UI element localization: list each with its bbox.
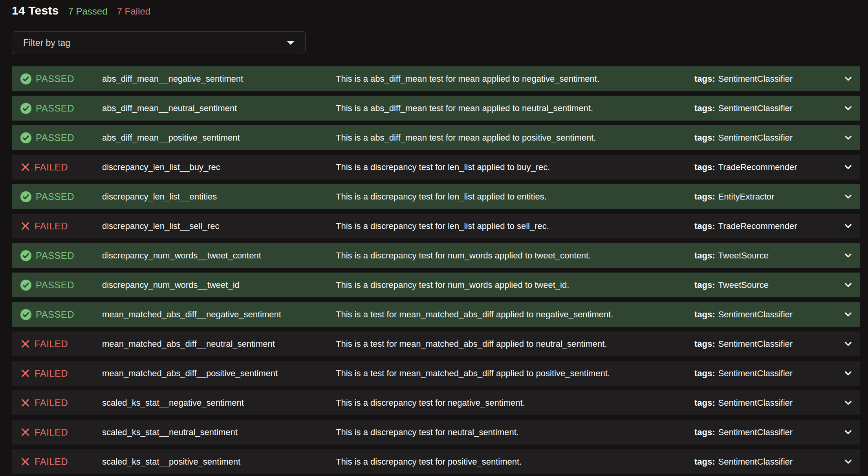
tags-value: SentimentClassifier xyxy=(718,457,793,467)
test-row[interactable]: PASSED mean_matched_abs_diff__negative_s… xyxy=(12,302,860,327)
test-row[interactable]: FAILED mean_matched_abs_diff__positive_s… xyxy=(12,361,860,386)
test-row[interactable]: FAILED scaled_ks_stat__neutral_sentiment… xyxy=(12,420,860,445)
tags-value: SentimentClassifier xyxy=(718,103,793,113)
status-label: PASSED xyxy=(36,250,74,261)
tags-value: SentimentClassifier xyxy=(718,74,793,84)
test-tags: tags:TweetSource xyxy=(694,251,840,261)
test-tags: tags:TradeRecommender xyxy=(694,162,840,172)
chevron-down-icon[interactable] xyxy=(845,77,852,81)
test-name: discrepancy_num_words__tweet_content xyxy=(102,251,336,261)
chevron-down-icon[interactable] xyxy=(845,106,852,110)
check-circle-icon xyxy=(20,309,31,320)
test-row[interactable]: PASSED abs_diff_mean__negative_sentiment… xyxy=(12,66,860,91)
check-circle-icon xyxy=(20,250,31,261)
tags-label: tags: xyxy=(694,398,715,408)
chevron-down-icon[interactable] xyxy=(845,135,852,140)
status-label: FAILED xyxy=(35,397,68,408)
test-tags: tags:TweetSource xyxy=(694,280,840,290)
chevron-down-icon[interactable] xyxy=(845,224,852,228)
chevron-down-icon[interactable] xyxy=(845,460,852,464)
test-description: This is a discrepancy test for neutral_s… xyxy=(336,427,694,438)
test-row[interactable]: FAILED discrepancy_len_list__buy_rec Thi… xyxy=(12,155,860,179)
test-name: abs_diff_mean__neutral_sentiment xyxy=(102,103,336,114)
test-description: This is a discrepancy test for positive_… xyxy=(336,457,694,467)
tags-value: SentimentClassifier xyxy=(718,339,793,349)
test-status: FAILED xyxy=(20,339,102,350)
tags-value: SentimentClassifier xyxy=(718,427,793,437)
test-row[interactable]: PASSED abs_diff_mean__positive_sentiment… xyxy=(12,125,860,150)
test-description: This is a discrepancy test for len_list … xyxy=(336,221,694,231)
tags-label: tags: xyxy=(694,221,715,231)
test-row[interactable]: FAILED mean_matched_abs_diff__neutral_se… xyxy=(12,331,860,356)
status-label: FAILED xyxy=(35,456,68,467)
status-label: FAILED xyxy=(35,339,68,350)
filter-by-tag-select[interactable]: Filter by tag xyxy=(12,31,306,54)
status-label: FAILED xyxy=(35,427,68,438)
status-label: FAILED xyxy=(35,221,68,232)
x-icon xyxy=(20,368,30,378)
status-label: PASSED xyxy=(36,191,74,202)
test-status: PASSED xyxy=(20,250,102,261)
chevron-down-icon[interactable] xyxy=(845,371,852,375)
test-list: PASSED abs_diff_mean__negative_sentiment… xyxy=(12,66,860,474)
test-row[interactable]: FAILED scaled_ks_stat__positive_sentimen… xyxy=(12,449,860,474)
test-row[interactable]: FAILED discrepancy_len_list__sell_rec Th… xyxy=(12,214,860,238)
test-row[interactable]: FAILED scaled_ks_stat__negative_sentimen… xyxy=(12,390,860,415)
tags-value: TweetSource xyxy=(718,251,769,260)
chevron-down-icon[interactable] xyxy=(845,430,852,434)
test-status: FAILED xyxy=(20,221,102,232)
page-title: 14 Tests xyxy=(12,4,59,17)
test-name: discrepancy_len_list__entities xyxy=(102,192,336,202)
test-row[interactable]: PASSED abs_diff_mean__neutral_sentiment … xyxy=(12,96,860,121)
test-description: This is a test for mean_matched_abs_diff… xyxy=(336,309,694,320)
test-description: This is a abs_diff_mean test for mean ap… xyxy=(336,103,694,114)
status-label: PASSED xyxy=(36,73,74,84)
tags-label: tags: xyxy=(694,280,715,290)
test-status: PASSED xyxy=(20,191,102,202)
status-label: FAILED xyxy=(35,162,68,173)
x-icon xyxy=(20,457,30,467)
chevron-down-icon[interactable] xyxy=(845,165,852,169)
chevron-down-icon[interactable] xyxy=(845,312,852,317)
test-name: scaled_ks_stat__positive_sentiment xyxy=(102,457,336,467)
chevron-down-icon[interactable] xyxy=(845,194,852,199)
chevron-down-icon[interactable] xyxy=(845,401,852,405)
test-tags: tags:SentimentClassifier xyxy=(694,309,840,320)
test-row[interactable]: PASSED discrepancy_num_words__tweet_cont… xyxy=(12,243,860,268)
x-icon xyxy=(20,221,30,231)
tags-label: tags: xyxy=(694,103,715,113)
x-icon xyxy=(20,339,30,349)
page: 14 Tests 7 Passed 7 Failed Filter by tag… xyxy=(0,0,868,474)
tags-label: tags: xyxy=(694,339,715,349)
x-icon xyxy=(20,162,30,172)
test-description: This is a abs_diff_mean test for mean ap… xyxy=(336,133,694,143)
tags-value: TweetSource xyxy=(718,280,769,290)
test-description: This is a discrepancy test for len_list … xyxy=(336,192,694,202)
test-status: PASSED xyxy=(20,73,102,84)
test-status: FAILED xyxy=(20,397,102,408)
test-name: discrepancy_len_list__sell_rec xyxy=(102,221,336,231)
tags-label: tags: xyxy=(694,368,715,378)
test-status: FAILED xyxy=(20,427,102,438)
chevron-down-icon[interactable] xyxy=(845,283,852,287)
test-description: This is a discrepancy test for negative_… xyxy=(336,398,694,408)
test-tags: tags:TradeRecommender xyxy=(694,221,840,231)
failed-count: 7 Failed xyxy=(117,6,150,17)
test-status: FAILED xyxy=(20,162,102,173)
check-circle-icon xyxy=(20,73,31,84)
test-tags: tags:SentimentClassifier xyxy=(694,133,840,143)
test-tags: tags:SentimentClassifier xyxy=(694,398,840,408)
test-row[interactable]: PASSED discrepancy_len_list__entities Th… xyxy=(12,184,860,209)
test-status: PASSED xyxy=(20,280,102,291)
tags-label: tags: xyxy=(694,427,715,437)
chevron-down-icon[interactable] xyxy=(845,342,852,346)
tags-value: SentimentClassifier xyxy=(718,398,793,408)
chevron-down-icon[interactable] xyxy=(845,253,852,258)
tags-label: tags: xyxy=(694,251,715,260)
test-tags: tags:SentimentClassifier xyxy=(694,103,840,114)
test-row[interactable]: PASSED discrepancy_num_words__tweet_id T… xyxy=(12,273,860,297)
check-circle-icon xyxy=(20,280,31,291)
tags-value: TradeRecommender xyxy=(718,221,797,231)
status-label: PASSED xyxy=(36,309,74,320)
test-tags: tags:EntityExtractor xyxy=(694,192,840,202)
